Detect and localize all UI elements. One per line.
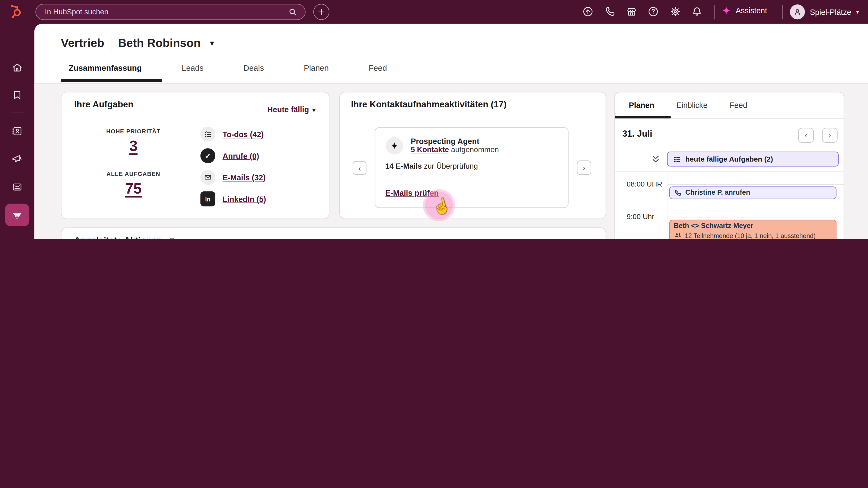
account-name: Spiel-Plätze	[810, 8, 851, 17]
task-link-row: ✓Anrufe (0)	[200, 148, 259, 163]
topbar-divider	[714, 5, 715, 19]
task-type-link[interactable]: To-dos (42)	[222, 130, 264, 139]
carousel-prev-button[interactable]: ‹	[352, 161, 367, 175]
page-title[interactable]: Beth Robinson	[118, 37, 201, 50]
hour-label: 9:00 Uhr	[627, 213, 666, 221]
sidebar-item-marketing[interactable]	[11, 152, 23, 164]
planner-tab-feed[interactable]: Feed	[730, 101, 747, 109]
task-link-row: inLinkedIn (5)	[200, 191, 266, 206]
tab-feed[interactable]: Feed	[361, 64, 395, 73]
contacts-link[interactable]: 5 Kontakte	[411, 145, 449, 154]
create-button[interactable]	[313, 4, 329, 20]
planner-panel: PlanenEinblickeFeed 31. Juli ‹ ›	[614, 92, 844, 239]
linkedin-icon: in	[200, 191, 215, 206]
planner-divider	[615, 119, 844, 119]
task-stat: HOHE PRIORITÄT 3	[84, 128, 183, 155]
task-type-link[interactable]: Anrufe (0)	[222, 151, 259, 160]
main-canvas: Vertrieb Beth Robinson ▼ Zusammenfassung…	[34, 24, 868, 239]
upgrade-icon[interactable]	[582, 5, 594, 18]
calendar-event[interactable]: Beth <> Schwartz Meyer12 Teilnehmende (1…	[669, 220, 836, 239]
hubspot-logo-icon[interactable]	[7, 4, 23, 20]
top-navigation-bar: Assistent Spiel-Plätze ▾	[0, 0, 868, 24]
hubspot-app: Assistent Spiel-Plätze ▾	[0, 0, 868, 239]
hour-gridline	[668, 217, 844, 218]
calendar-event[interactable]: Christine P. anrufen	[669, 186, 836, 199]
account-menu[interactable]: Spiel-Plätze ▾	[790, 4, 859, 19]
task-link-row: To-dos (42)	[200, 127, 264, 141]
double-chevron-down-icon[interactable]	[652, 154, 660, 164]
carousel-next-button[interactable]: ›	[577, 161, 591, 175]
task-stat: ALLE AUFGABEN 75	[84, 170, 183, 198]
tab-leads[interactable]: Leads	[174, 64, 211, 73]
task-type-link[interactable]: E-Mails (32)	[222, 173, 266, 182]
planner-prev-day-button[interactable]: ‹	[798, 128, 814, 142]
search-icon	[288, 7, 297, 17]
assistant-sparkle-icon	[721, 5, 731, 15]
agent-title: Prospecting Agent	[411, 137, 499, 145]
planner-active-tab-underline	[615, 116, 671, 119]
stat-label: ALLE AUFGABEN	[84, 170, 183, 177]
topbar-divider	[782, 5, 783, 19]
agent-subtitle: 5 Kontakte aufgenommen	[411, 145, 499, 154]
planner-next-day-button[interactable]: ›	[822, 128, 838, 142]
email-icon	[200, 170, 215, 185]
tasks-card-title: Ihre Aufgaben	[74, 99, 133, 109]
title-caret-down-icon[interactable]: ▼	[208, 39, 215, 47]
main-sidebar	[0, 24, 34, 239]
planner-tab-einblicke[interactable]: Einblicke	[677, 101, 707, 109]
calling-icon[interactable]	[604, 5, 616, 18]
assistant-label: Assistent	[736, 6, 767, 15]
assistant-button[interactable]: Assistent	[721, 5, 767, 15]
sidebar-divider	[11, 112, 24, 112]
sidebar-item-content[interactable]	[11, 181, 23, 193]
hour-gridline	[668, 184, 844, 185]
sidebar-item-sales[interactable]	[11, 209, 23, 221]
stat-value[interactable]: 75	[84, 180, 183, 197]
emails-review-line: 14 E-Mails zur Überprüfung	[385, 162, 478, 170]
search-input[interactable]	[44, 7, 288, 17]
help-icon[interactable]	[647, 5, 659, 18]
notifications-icon[interactable]	[691, 5, 703, 18]
calendar-axis-line	[668, 172, 668, 239]
sidebar-item-commerce[interactable]	[11, 237, 23, 239]
user-avatar-icon	[790, 4, 805, 19]
hour-label: 08:00 UHR	[627, 180, 666, 188]
task-type-link[interactable]: LinkedIn (5)	[222, 194, 266, 203]
tasks-card: Ihre Aufgaben Heute fällig ▼ HOHE PRIORI…	[61, 92, 329, 219]
workspace-tabs: ZusammenfassungLeadsDealsPlanenFeed	[61, 64, 395, 73]
agent-sparkle-icon	[386, 137, 403, 154]
global-search	[35, 4, 306, 20]
page-header: Vertrieb Beth Robinson ▼	[61, 35, 215, 52]
prospecting-agent-card: Prospecting Agent 5 Kontakte aufgenommen…	[375, 127, 568, 208]
outreach-card-title: Ihre Kontaktaufnahmeaktivitäten (17)	[351, 99, 506, 109]
stat-value[interactable]: 3	[84, 138, 183, 155]
stat-label: HOHE PRIORITÄT	[84, 128, 183, 134]
dashboard-content: Ihre Aufgaben Heute fällig ▼ HOHE PRIORI…	[34, 83, 868, 239]
tab-zusammenfassung[interactable]: Zusammenfassung	[61, 64, 150, 73]
planner-tab-planen[interactable]: Planen	[629, 101, 654, 109]
sidebar-item-bookmarks[interactable]	[11, 89, 23, 101]
planner-tabs: PlanenEinblickeFeed	[629, 101, 747, 109]
add-icon	[317, 8, 326, 16]
marketplace-icon[interactable]	[625, 5, 638, 18]
calls-done-icon: ✓	[200, 148, 215, 163]
sidebar-item-crm-contacts[interactable]	[11, 125, 23, 137]
settings-icon[interactable]	[669, 5, 681, 18]
planner-divider	[615, 172, 844, 172]
workspace-label: Vertrieb	[61, 37, 104, 50]
due-tasks-pill-label: heute fällige Aufgaben (2)	[685, 155, 773, 163]
caret-down-icon: ▾	[856, 9, 859, 15]
tab-planen[interactable]: Planen	[296, 64, 336, 73]
info-icon[interactable]	[167, 236, 176, 239]
active-tab-underline	[61, 79, 162, 82]
guided-actions-card: Angeleitete Aktionen Alle Aktionen3Closi…	[61, 227, 606, 239]
due-tasks-pill[interactable]: heute fällige Aufgaben (2)	[667, 152, 839, 166]
tab-deals[interactable]: Deals	[236, 64, 272, 73]
tasks-due-filter[interactable]: Heute fällig ▼	[267, 105, 316, 114]
header-divider	[111, 35, 112, 52]
guided-actions-title: Angeleitete Aktionen	[74, 236, 162, 239]
checklist-icon	[673, 155, 681, 163]
sidebar-item-home[interactable]	[11, 62, 23, 74]
todo-list-icon	[200, 127, 215, 141]
planner-date: 31. Juli	[622, 129, 652, 139]
